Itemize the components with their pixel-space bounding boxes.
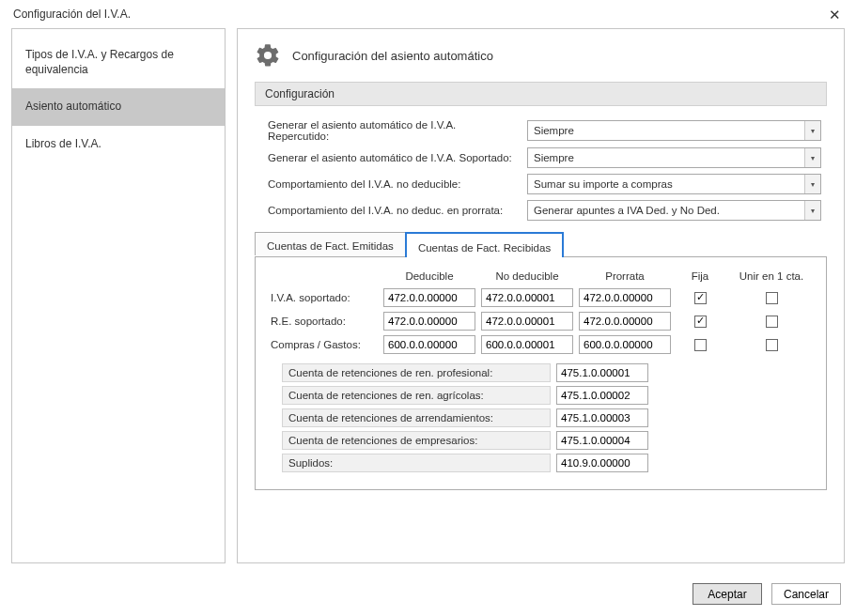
page-title: Configuración del asiento automático xyxy=(292,49,493,63)
checkbox-compras-fija[interactable] xyxy=(694,339,707,351)
label-iva-repercutido: Generar el asiento automático de I.V.A. … xyxy=(268,119,520,142)
chevron-down-icon: ▾ xyxy=(804,121,820,140)
input-re-sop-noded[interactable] xyxy=(481,312,573,331)
window-title: Configuración del I.V.A. xyxy=(13,8,131,21)
nav-item-asiento-automatico[interactable]: Asiento automático xyxy=(12,88,225,126)
select-value: Siempre xyxy=(534,152,574,163)
label-ret-arrendamientos: Cuenta de retenciones de arrendamientos: xyxy=(282,408,551,427)
select-iva-no-deducible[interactable]: Sumar su importe a compras ▾ xyxy=(527,174,821,194)
close-icon[interactable]: ✕ xyxy=(823,6,847,23)
row-label-compras-gastos: Compras / Gastos: xyxy=(269,339,378,350)
select-value: Siempre xyxy=(534,125,574,136)
input-ret-agricolas[interactable] xyxy=(556,386,648,405)
side-nav: Tipos de I.V.A. y Recargos de equivalenc… xyxy=(11,28,226,563)
input-compras-pro[interactable] xyxy=(579,335,671,354)
col-header-unir: Unir en 1 cta. xyxy=(729,270,814,284)
input-iva-sop-pro[interactable] xyxy=(579,288,671,307)
col-header-no-deducible: No deducible xyxy=(481,270,573,284)
tab-content: Deducible No deducible Prorrata Fija Uni… xyxy=(255,256,827,490)
label-iva-no-deduc-prorrata: Comportamiento del I.V.A. no deduc. en p… xyxy=(268,205,520,216)
col-header-deducible: Deducible xyxy=(383,270,475,284)
input-re-sop-ded[interactable] xyxy=(383,312,475,331)
checkbox-compras-unir[interactable] xyxy=(766,339,778,351)
nav-item-tipos-iva[interactable]: Tipos de I.V.A. y Recargos de equivalenc… xyxy=(12,37,225,88)
select-iva-no-deduc-prorrata[interactable]: Generar apuntes a IVA Ded. y No Ded. ▾ xyxy=(527,200,821,221)
input-iva-sop-noded[interactable] xyxy=(481,288,573,307)
col-header-fija: Fija xyxy=(677,270,724,284)
input-ret-empresarios[interactable] xyxy=(556,431,648,450)
nav-item-libros-iva[interactable]: Libros de I.V.A. xyxy=(12,126,225,163)
tab-fact-recibidas[interactable]: Cuentas de Fact. Recibidas xyxy=(405,232,564,257)
input-iva-sop-ded[interactable] xyxy=(383,288,475,307)
main-panel: Configuración del asiento automático Con… xyxy=(237,28,845,563)
label-ret-agricolas: Cuenta de retenciones de ren. agrícolas: xyxy=(282,386,551,405)
chevron-down-icon: ▾ xyxy=(804,148,820,167)
group-header-configuracion: Configuración xyxy=(255,82,827,106)
label-iva-soportado: Generar el asiento automático de I.V.A. … xyxy=(268,152,520,163)
checkbox-iva-sop-unir[interactable] xyxy=(766,292,778,304)
chevron-down-icon: ▾ xyxy=(804,201,820,220)
cancel-button[interactable]: Cancelar xyxy=(771,583,841,605)
label-iva-no-deducible: Comportamiento del I.V.A. no deducible: xyxy=(268,178,520,190)
input-compras-ded[interactable] xyxy=(383,335,475,354)
label-ret-profesional: Cuenta de retenciones de ren. profesiona… xyxy=(282,363,551,382)
checkbox-iva-sop-fija[interactable] xyxy=(694,292,707,304)
select-iva-soportado[interactable]: Siempre ▾ xyxy=(527,147,821,168)
row-label-iva-soportado: I.V.A. soportado: xyxy=(269,292,378,303)
input-suplidos[interactable] xyxy=(556,454,648,472)
tab-fact-emitidas[interactable]: Cuentas de Fact. Emitidas xyxy=(255,232,406,255)
accept-button[interactable]: Aceptar xyxy=(693,583,762,605)
gear-icon xyxy=(255,42,281,69)
select-value: Sumar su importe a compras xyxy=(534,178,673,190)
checkbox-re-sop-fija[interactable] xyxy=(694,316,707,328)
input-ret-profesional[interactable] xyxy=(556,363,648,382)
col-header-prorrata: Prorrata xyxy=(579,270,671,284)
label-ret-empresarios: Cuenta de retenciones de empresarios: xyxy=(282,431,551,450)
input-ret-arrendamientos[interactable] xyxy=(556,408,648,427)
label-suplidos: Suplidos: xyxy=(282,454,551,472)
chevron-down-icon: ▾ xyxy=(804,175,820,193)
select-iva-repercutido[interactable]: Siempre ▾ xyxy=(527,120,821,141)
input-re-sop-pro[interactable] xyxy=(579,312,671,331)
row-label-re-soportado: R.E. soportado: xyxy=(269,316,378,327)
checkbox-re-sop-unir[interactable] xyxy=(766,316,778,328)
input-compras-noded[interactable] xyxy=(481,335,573,354)
select-value: Generar apuntes a IVA Ded. y No Ded. xyxy=(534,205,720,216)
